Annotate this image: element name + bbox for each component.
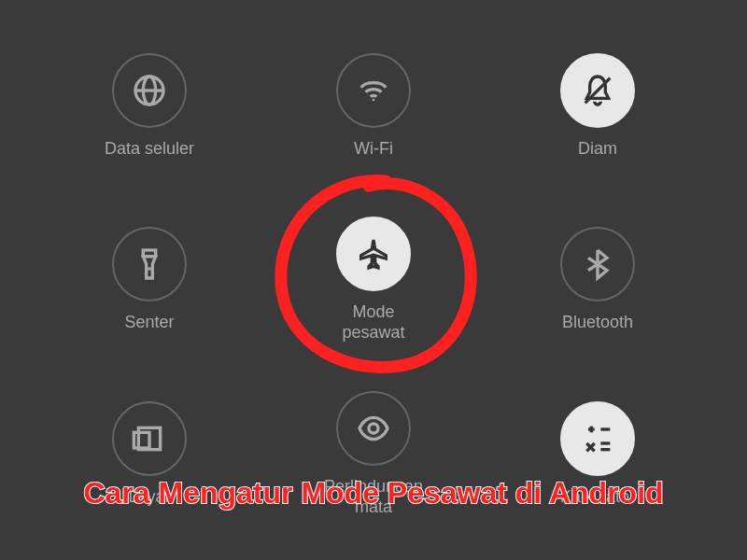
flashlight-icon (112, 227, 187, 301)
screen-cast-icon (112, 401, 187, 476)
tile-senter[interactable]: Senter (37, 193, 261, 368)
tile-label: Bluetooth (562, 313, 633, 333)
tile-bluetooth[interactable]: Bluetooth (486, 193, 710, 368)
tile-mode-pesawat[interactable]: Mode pesawat (261, 193, 486, 368)
eye-protection-icon (336, 391, 411, 466)
tile-kalkulator[interactable]: Kalkulator (486, 367, 710, 541)
tile-layar[interactable]: Layar (37, 367, 261, 541)
tile-label: Mode pesawat (342, 302, 404, 343)
data-seluler-icon (112, 53, 187, 128)
tile-label: Wi-Fi (354, 139, 393, 160)
airplane-icon (336, 217, 411, 291)
tile-wifi[interactable]: Wi-Fi (261, 19, 486, 193)
tile-data-seluler[interactable]: Data seluler (37, 19, 261, 193)
calculator-icon (560, 401, 635, 476)
svg-point-9 (369, 424, 378, 433)
bluetooth-icon (560, 227, 635, 301)
tile-perlindungan-mata[interactable]: Perlindungan mata (261, 367, 486, 541)
tile-diam[interactable]: Diam (486, 19, 710, 193)
mute-bell-icon (560, 53, 635, 128)
svg-point-3 (373, 98, 375, 101)
wifi-icon (336, 53, 411, 128)
tile-label: Senter (124, 313, 174, 333)
overlay-title: Cara Mengatur Mode Pesawat di Android (37, 474, 710, 513)
svg-rect-8 (134, 432, 149, 448)
tile-label: Data seluler (105, 139, 194, 160)
tile-label: Diam (578, 139, 617, 160)
